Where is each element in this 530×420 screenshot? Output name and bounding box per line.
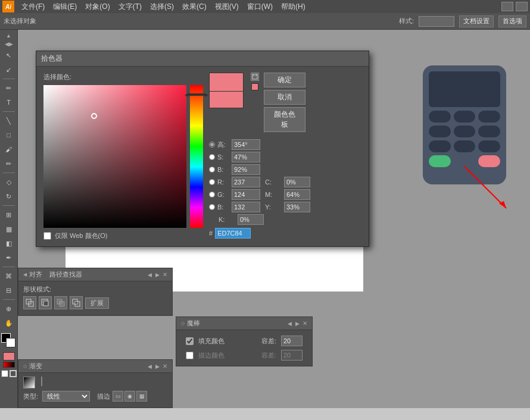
hue-slider[interactable] bbox=[190, 85, 203, 228]
fill-color-checkbox[interactable] bbox=[186, 337, 194, 345]
r-field-row: R: C: bbox=[209, 177, 361, 187]
cube-icon[interactable] bbox=[251, 73, 259, 81]
expand-button[interactable]: 扩展 bbox=[85, 297, 109, 309]
menu-edit[interactable]: 编辑(E) bbox=[49, 1, 80, 13]
menu-window[interactable]: 窗口(W) bbox=[244, 1, 276, 13]
color-dot-preview bbox=[251, 83, 258, 90]
panel-scroll-left[interactable]: ◀ bbox=[147, 271, 152, 278]
align-panel-title[interactable]: ◀ 对齐 路径查找器 ◀ ▶ ✕ bbox=[18, 268, 172, 281]
eraser-tool[interactable]: ◇ bbox=[2, 175, 15, 189]
hex-input[interactable] bbox=[215, 228, 251, 239]
stroke-none-btn[interactable] bbox=[10, 370, 17, 377]
bg-color-swatch[interactable] bbox=[6, 338, 15, 347]
scroll-down[interactable]: ◀▶ bbox=[4, 40, 14, 48]
confirm-button[interactable]: 确定 bbox=[264, 73, 305, 87]
direct-select-tool[interactable]: ↙ bbox=[2, 63, 15, 76]
g-label: G: bbox=[217, 191, 229, 198]
gradient-panel-title[interactable]: ◇ 渐变 ◀ ▶ ✕ bbox=[18, 360, 172, 373]
eyedropper-tool[interactable]: ✒ bbox=[2, 251, 15, 264]
shape-exclude-btn[interactable] bbox=[70, 296, 83, 309]
menu-view[interactable]: 视图(V) bbox=[211, 1, 242, 13]
fill-none-btn[interactable] bbox=[1, 370, 8, 377]
shape-mode-buttons: 扩展 bbox=[23, 296, 167, 309]
cancel-button[interactable]: 取消 bbox=[264, 90, 305, 105]
transform-tool[interactable]: ⊞ bbox=[2, 208, 15, 221]
fill-color-indicator[interactable] bbox=[3, 352, 15, 361]
zoom-tool[interactable]: ⊕ bbox=[2, 302, 15, 315]
blue-radio[interactable] bbox=[209, 204, 215, 210]
align-panel-close[interactable]: ✕ bbox=[163, 271, 167, 278]
gradient-panel-close[interactable]: ✕ bbox=[163, 363, 167, 369]
menu-effect[interactable]: 效果(C) bbox=[179, 1, 210, 13]
wand-scroll-left[interactable]: ◀ bbox=[287, 320, 292, 327]
select-tool[interactable]: ↖ bbox=[2, 49, 15, 62]
menu-object[interactable]: 对象(O) bbox=[82, 1, 113, 13]
menu-text[interactable]: 文字(T) bbox=[115, 1, 145, 13]
b-input[interactable] bbox=[232, 164, 260, 175]
scroll-up[interactable]: ▲ bbox=[5, 32, 12, 39]
paintbrush-tool[interactable]: 🖌 bbox=[2, 143, 15, 156]
color-swatches-button[interactable]: 颜色色板 bbox=[264, 107, 305, 132]
svg-rect-13 bbox=[75, 302, 77, 304]
shape-subtract-btn[interactable] bbox=[39, 296, 52, 309]
select-color-label: 选择颜色: bbox=[43, 73, 203, 82]
blue-input[interactable] bbox=[232, 202, 260, 212]
wand-collapse-icon: ◇ bbox=[181, 321, 185, 326]
y-input[interactable] bbox=[284, 202, 310, 212]
s-radio[interactable] bbox=[209, 154, 215, 160]
stroke-icon-3[interactable]: ▦ bbox=[136, 391, 147, 402]
menu-help[interactable]: 帮助(H) bbox=[278, 1, 309, 13]
fill-tolerance-input[interactable] bbox=[281, 336, 303, 346]
h-input[interactable] bbox=[232, 139, 260, 150]
rect-tool[interactable]: □ bbox=[2, 128, 15, 142]
tool-divider-2 bbox=[3, 111, 15, 112]
slice-tool[interactable]: ⊟ bbox=[2, 284, 15, 297]
picker-cursor bbox=[91, 113, 97, 119]
gradient-scroll-right[interactable]: ▶ bbox=[155, 363, 160, 370]
menu-file[interactable]: 文件(F) bbox=[18, 1, 48, 13]
panel-toggle[interactable] bbox=[501, 2, 513, 11]
preferences-button[interactable]: 首选项 bbox=[498, 15, 526, 27]
s-input[interactable] bbox=[232, 152, 260, 162]
panel-scroll-right[interactable]: ▶ bbox=[155, 271, 160, 278]
shape-intersect-btn[interactable] bbox=[54, 296, 67, 309]
path-finder-title-text: 路径查找器 bbox=[49, 270, 82, 279]
line-tool[interactable]: ╲ bbox=[2, 114, 15, 127]
gradient-type-select[interactable]: 线性 径向 bbox=[42, 391, 90, 402]
m-input[interactable] bbox=[284, 189, 310, 200]
wand-panel-close[interactable]: ✕ bbox=[303, 320, 307, 327]
g-radio[interactable] bbox=[209, 192, 215, 198]
r-radio[interactable] bbox=[209, 179, 215, 185]
color-gradient-picker[interactable] bbox=[43, 85, 186, 228]
web-color-checkbox[interactable] bbox=[43, 232, 51, 240]
b-radio[interactable] bbox=[209, 167, 215, 173]
rotate-tool[interactable]: ↻ bbox=[2, 190, 15, 203]
h-radio[interactable] bbox=[209, 142, 215, 148]
hand-tool[interactable]: ✋ bbox=[2, 316, 15, 330]
gradient-preview-swatch[interactable] bbox=[23, 377, 35, 388]
graph-tool[interactable]: ▦ bbox=[2, 222, 15, 236]
stroke-color-checkbox[interactable] bbox=[186, 352, 194, 359]
wand-panel-title[interactable]: ◇ 魔棒 ◀ ▶ ✕ bbox=[176, 317, 312, 330]
wand-scroll-right[interactable]: ▶ bbox=[295, 320, 300, 327]
style-selector[interactable] bbox=[419, 16, 454, 27]
text-tool[interactable]: T bbox=[2, 96, 15, 109]
blend-tool[interactable]: ⌘ bbox=[2, 269, 15, 283]
gradient-scroll-left[interactable]: ◀ bbox=[147, 363, 152, 370]
stroke-icon-2[interactable]: ◉ bbox=[124, 391, 135, 402]
gradient-tool[interactable]: ◧ bbox=[2, 237, 15, 250]
stroke-icon-1[interactable]: ▭ bbox=[113, 391, 123, 402]
pen-tool[interactable]: ✏ bbox=[2, 82, 15, 95]
arrange-toggle[interactable] bbox=[516, 2, 528, 11]
k-input[interactable] bbox=[238, 214, 264, 225]
g-input[interactable] bbox=[232, 189, 260, 200]
menu-select[interactable]: 选择(S) bbox=[146, 1, 177, 13]
doc-settings-button[interactable]: 文档设置 bbox=[459, 15, 494, 27]
dialog-title: 拾色器 bbox=[41, 54, 63, 64]
pencil-tool[interactable]: ✏ bbox=[2, 157, 15, 170]
c-input[interactable] bbox=[284, 177, 310, 187]
r-input[interactable] bbox=[232, 177, 260, 187]
shape-add-btn[interactable] bbox=[23, 296, 36, 309]
stroke-color-indicator bbox=[3, 362, 15, 368]
stroke-tolerance-input[interactable] bbox=[281, 350, 303, 361]
